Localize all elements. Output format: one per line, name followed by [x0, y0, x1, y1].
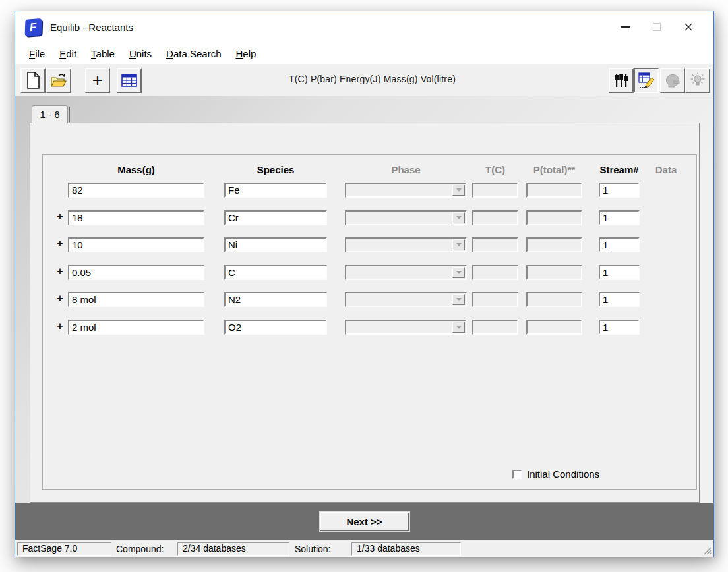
pressure-field [526, 292, 582, 307]
mass-input[interactable] [68, 320, 204, 335]
column-header-mass: Mass(g) [68, 164, 204, 175]
mass-input[interactable] [68, 183, 204, 198]
new-document-icon [26, 72, 40, 89]
title-bar: F Equilib - Reactants [15, 11, 713, 43]
compound-label: Compound: [116, 544, 164, 554]
pressure-field [526, 320, 582, 335]
mass-input[interactable] [68, 292, 204, 307]
stream-input[interactable] [599, 237, 640, 252]
tips-button [685, 68, 710, 93]
species-input[interactable] [224, 320, 327, 335]
stream-input[interactable] [599, 265, 640, 280]
compound-databases: 2/34 databases [177, 542, 289, 556]
temperature-field [472, 265, 518, 280]
plus-separator: + [55, 238, 65, 250]
stream-input[interactable] [599, 292, 640, 307]
slide-bar-button[interactable] [609, 68, 634, 93]
initial-conditions-checkbox[interactable] [512, 470, 522, 479]
phase-dropdown [345, 265, 467, 280]
table-editor-button[interactable] [117, 68, 142, 93]
phase-dropdown [345, 183, 467, 198]
menu-item-data-search[interactable]: Data Search [159, 45, 228, 62]
chevron-down-icon [452, 212, 465, 223]
mass-input[interactable] [68, 210, 204, 225]
edit-table-icon [638, 72, 655, 89]
version-panel: FactSage 7.0 [17, 542, 111, 556]
stream-input[interactable] [599, 210, 640, 225]
initial-conditions: Initial Conditions [512, 469, 599, 480]
species-input[interactable] [224, 265, 327, 280]
species-input[interactable] [224, 183, 327, 198]
table-grid-icon [121, 74, 137, 87]
column-header-phase: Phase [345, 164, 467, 175]
tab-1-6[interactable]: 1 - 6 [32, 105, 68, 123]
reactant-row-1 [43, 183, 696, 198]
minimize-button[interactable] [609, 11, 641, 43]
stream-input[interactable] [599, 320, 640, 335]
initial-conditions-label: Initial Conditions [527, 469, 599, 480]
species-input[interactable] [224, 237, 327, 252]
reactant-row-3: + [43, 237, 696, 253]
phase-dropdown [345, 292, 467, 307]
reactant-row-5: + [43, 292, 696, 308]
sliders-icon [613, 72, 629, 88]
chevron-down-icon [452, 294, 465, 305]
open-folder-icon [50, 72, 67, 88]
pressure-field [526, 237, 582, 252]
phase-dropdown [345, 237, 467, 252]
mass-input[interactable] [68, 237, 204, 252]
pressure-field [526, 183, 582, 198]
column-header-temperature: T(C) [472, 164, 518, 175]
add-reactant-button[interactable]: + [85, 68, 110, 93]
open-file-button[interactable] [46, 68, 71, 93]
temperature-field [472, 292, 518, 307]
chevron-down-icon [452, 239, 465, 250]
species-input[interactable] [224, 292, 327, 307]
column-header-pressure: P(total)** [522, 164, 586, 175]
solution-label: Solution: [295, 544, 330, 554]
next-button[interactable]: Next >> [320, 512, 410, 531]
factsage-logo-icon: F [25, 18, 42, 36]
tab-divider [69, 107, 70, 122]
stream-input[interactable] [599, 183, 640, 198]
workspace: 1 - 6 Mass(g) Species Phase T(C) P(total… [15, 96, 713, 503]
column-header-data: Data [646, 164, 686, 175]
menu-item-edit[interactable]: Edit [52, 45, 84, 62]
plus-separator: + [55, 293, 65, 304]
close-button[interactable] [673, 11, 704, 43]
resize-grip[interactable] [702, 546, 712, 555]
menu-item-file[interactable]: File [22, 45, 52, 62]
maximize-icon [653, 23, 661, 31]
menu-item-units[interactable]: Units [122, 45, 159, 62]
solution-databases: 1/33 databases [351, 542, 461, 556]
action-bar: Next >> [15, 503, 713, 540]
mass-input[interactable] [68, 265, 204, 280]
temperature-field [472, 320, 518, 335]
chevron-down-icon [452, 185, 465, 196]
pressure-field [526, 210, 582, 225]
heat-content-button [660, 68, 685, 93]
plus-separator: + [55, 266, 65, 277]
desktop: { "window": { "title": "Equilib - Reacta… [0, 0, 728, 572]
pressure-field [526, 265, 582, 280]
menu-item-table[interactable]: Table [84, 45, 122, 62]
reactant-row-2: + [43, 210, 696, 226]
column-header-stream: Stream# [592, 164, 646, 175]
column-header-species: Species [224, 164, 327, 175]
chevron-down-icon [452, 322, 465, 333]
phase-dropdown [345, 320, 467, 335]
reactants-table: Mass(g) Species Phase T(C) P(total)** St… [42, 154, 697, 490]
temperature-field [472, 183, 518, 198]
app-window: F Equilib - Reactants File Edit Table Un… [15, 11, 714, 557]
reactants-page: Mass(g) Species Phase T(C) P(total)** St… [30, 123, 700, 503]
reactant-row-4: + [43, 265, 696, 281]
edit-table-button[interactable] [634, 68, 659, 93]
temperature-field [472, 210, 518, 225]
reactant-row-6: + [43, 320, 696, 335]
new-document-button[interactable] [20, 68, 46, 93]
minimize-icon [621, 26, 630, 28]
logo-letter: F [30, 20, 38, 34]
menu-item-help[interactable]: Help [228, 45, 263, 62]
species-input[interactable] [224, 210, 327, 225]
window-title: Equilib - Reactants [50, 22, 133, 33]
